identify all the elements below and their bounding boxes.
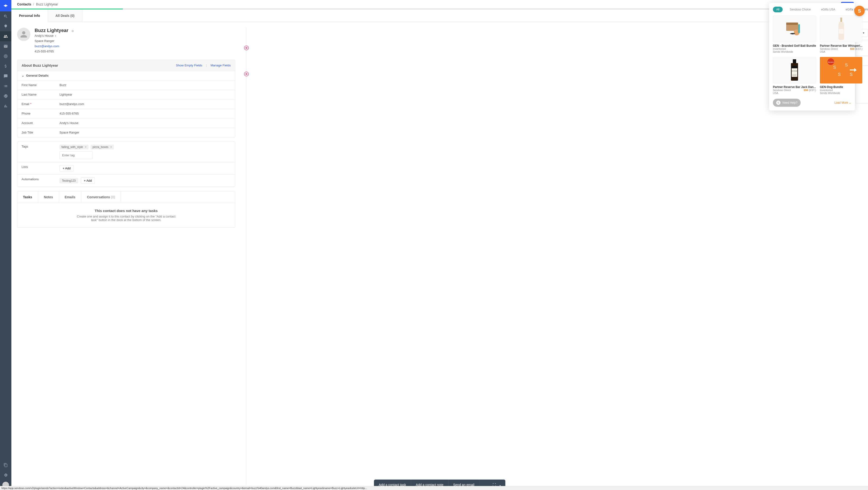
field-value[interactable]: Andy's House xyxy=(60,121,79,125)
tag-input[interactable] xyxy=(60,151,93,159)
svg-text:S: S xyxy=(845,63,848,67)
activity-tab-notes[interactable]: Notes xyxy=(38,191,59,203)
contact-header: Buzz Lightyear ⚙ Andy's House › Space Ra… xyxy=(17,28,235,60)
load-more-link[interactable]: Load More ⌄ xyxy=(834,101,851,104)
activity-tab-conversations[interactable]: Conversations (0) xyxy=(81,191,121,203)
tag-chip: falling_with_style× xyxy=(60,145,89,149)
contact-title: Space Ranger xyxy=(35,38,74,43)
field-value[interactable]: Lightyear xyxy=(60,93,72,96)
product-title: Partner Reserve Bar Jack Dan... xyxy=(773,85,816,89)
sidebar-contacts[interactable] xyxy=(0,31,11,41)
add-automation-button[interactable]: + Add xyxy=(81,177,95,184)
sidebar-settings[interactable] xyxy=(0,470,11,480)
sidebar-lists[interactable] xyxy=(0,81,11,91)
contact-company-link[interactable]: Andy's House › xyxy=(35,33,74,38)
field-label: First Name xyxy=(22,83,60,87)
timeline-event[interactable] xyxy=(244,72,249,76)
product-region: Sends Worldwide xyxy=(820,92,840,94)
empty-title: This contact does not have any tasks xyxy=(23,209,229,213)
svg-rect-5 xyxy=(839,29,844,34)
timeline-event[interactable] xyxy=(244,45,249,50)
progress-bar xyxy=(11,8,868,9)
add-list-button[interactable]: + Add xyxy=(60,165,74,172)
lists-label: Lists xyxy=(22,165,60,172)
about-panel: About Buzz Lightyear Show Empty Fields |… xyxy=(17,60,235,137)
chevron-down-icon: ⌄ xyxy=(849,101,851,104)
contact-phone: 415-555-8765 xyxy=(35,49,74,54)
svg-rect-9 xyxy=(792,66,797,68)
product-card[interactable]: Partner Reserve Bar Whisperi... Sendoso … xyxy=(820,16,862,53)
product-region: USA xyxy=(820,50,838,53)
svg-text:Jack Daniels: Jack Daniels xyxy=(791,70,798,72)
sidebar-search[interactable] xyxy=(0,11,11,21)
breadcrumb: Contacts / Buzz Lightyear xyxy=(11,0,868,8)
svg-text:S: S xyxy=(838,72,841,77)
gear-icon[interactable]: ⚙ xyxy=(71,29,74,33)
svg-text:S: S xyxy=(833,65,836,70)
sendoso-fab[interactable]: S xyxy=(854,6,865,16)
tab-personal-info[interactable]: Personal Info xyxy=(11,9,48,22)
sendoso-panel: All Sendoso Choice eGifts USA eGifts Int… xyxy=(769,3,855,111)
breadcrumb-current: Buzz Lightyear xyxy=(36,2,58,6)
detail-tabs: Personal Info All Deals (0) xyxy=(11,9,868,22)
sendoso-small-icon: S xyxy=(776,100,780,105)
sidebar-reports[interactable] xyxy=(0,101,11,111)
contact-email-link[interactable]: buzz@andys.com xyxy=(35,44,59,48)
need-help-button[interactable]: S Need Help? xyxy=(773,99,801,107)
product-region: USA xyxy=(773,92,791,94)
empty-description: Create one and assign it to this contact… xyxy=(74,215,178,222)
show-empty-fields-link[interactable]: Show Empty Fields xyxy=(176,64,202,67)
product-card[interactable]: GEN - Branded Golf Ball Bundle Inventori… xyxy=(773,16,816,53)
field-label: Last Name xyxy=(22,93,60,96)
svg-rect-3 xyxy=(798,24,800,33)
svg-rect-4 xyxy=(840,18,842,22)
product-source: Sendoso Direct xyxy=(820,48,838,50)
tags-panel: Tags falling_with_style× pizza_boxes× Li… xyxy=(17,142,235,187)
product-source: Inventoried xyxy=(820,89,840,92)
product-title: GEN - Branded Golf Ball Bundle xyxy=(773,44,816,48)
product-title: GEN-Dog-Bundle xyxy=(820,85,862,89)
field-value[interactable]: 415-555-8765 xyxy=(60,112,79,115)
field-label: Phone xyxy=(22,112,60,115)
sendoso-tab-choice[interactable]: Sendoso Choice xyxy=(786,7,814,12)
product-source: Inventoried xyxy=(773,48,793,50)
tags-label: Tags xyxy=(22,145,60,148)
sidebar-deals[interactable] xyxy=(0,61,11,71)
product-image: BandanaSSSS xyxy=(820,57,862,84)
main-sidebar xyxy=(0,0,11,490)
breadcrumb-root[interactable]: Contacts xyxy=(17,2,31,6)
svg-text:WHISKEY: WHISKEY xyxy=(792,74,797,76)
product-image: Jack DanielsWHISKEY xyxy=(773,57,816,84)
status-bar: https://app.sendoso.com/v2/plugin/sends?… xyxy=(0,486,868,490)
contact-name: Buzz Lightyear xyxy=(35,28,68,33)
chevron-down-icon: ⌄ xyxy=(22,74,24,77)
automation-chip[interactable]: Testing123 xyxy=(60,178,78,183)
product-region: Sends Worldwide xyxy=(773,50,793,53)
sidebar-target[interactable] xyxy=(0,51,11,61)
tab-all-deals[interactable]: All Deals (0) xyxy=(48,9,82,22)
sendoso-tab-egifts-usa[interactable]: eGifts USA xyxy=(818,7,838,12)
chevron-right-icon[interactable]: › xyxy=(852,8,853,11)
svg-text:S: S xyxy=(850,72,852,77)
activity-panel: Tasks Notes Emails Conversations (0) Thi… xyxy=(17,191,235,228)
tag-remove-icon[interactable]: × xyxy=(110,145,112,149)
field-value[interactable]: Buzz xyxy=(60,83,66,87)
activity-tab-emails[interactable]: Emails xyxy=(59,191,81,203)
sendoso-tab-all[interactable]: All xyxy=(773,7,783,12)
app-logo[interactable] xyxy=(0,0,11,11)
general-details-toggle[interactable]: ⌄ General Details xyxy=(17,71,235,81)
sidebar-ideas[interactable] xyxy=(0,21,11,31)
product-image xyxy=(820,16,862,42)
sidebar-site[interactable] xyxy=(0,91,11,101)
tag-remove-icon[interactable]: × xyxy=(85,145,87,149)
sidebar-email[interactable] xyxy=(0,41,11,51)
product-card[interactable]: BandanaSSSS GEN-Dog-Bundle Inventoried S… xyxy=(820,57,862,94)
sidebar-copy[interactable] xyxy=(0,460,11,470)
manage-fields-link[interactable]: Manage Fields xyxy=(211,64,231,67)
activity-tab-tasks[interactable]: Tasks xyxy=(17,191,38,203)
field-value[interactable]: Space Ranger xyxy=(60,131,79,134)
field-value[interactable]: buzz@andys.com xyxy=(60,102,84,106)
product-card[interactable]: Jack DanielsWHISKEY Partner Reserve Bar … xyxy=(773,57,816,94)
sidebar-conversations[interactable] xyxy=(0,71,11,81)
field-label: Job Title xyxy=(22,131,60,134)
